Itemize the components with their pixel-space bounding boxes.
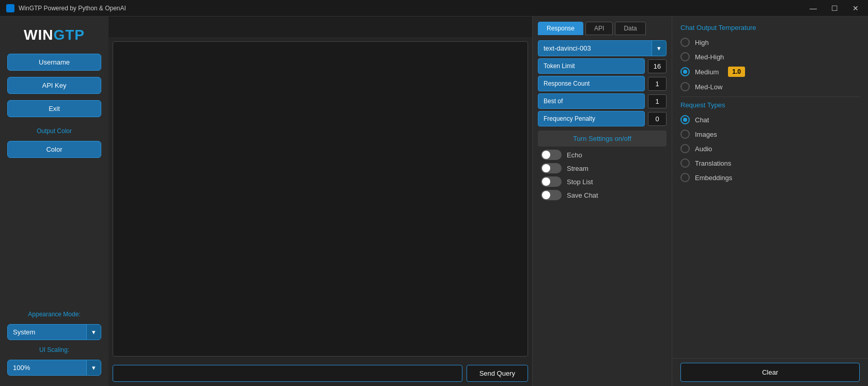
req-translations-row[interactable]: Translations: [680, 158, 860, 168]
toggle-stop-list[interactable]: Stop List: [541, 176, 663, 187]
req-audio-label: Audio: [695, 145, 712, 153]
temp-medhigh-row[interactable]: Med-High: [680, 52, 860, 61]
req-images-label: Images: [695, 131, 717, 138]
ui-scaling-dropdown-arrow[interactable]: ▾: [86, 360, 101, 375]
stream-toggle[interactable]: [541, 163, 562, 173]
req-images-radio[interactable]: [680, 130, 690, 139]
app-logo: WINGTP: [24, 27, 85, 43]
output-color-label: Output Color: [37, 127, 72, 135]
settings-panel: Response API Data text-davinci-003 ▾ Tok…: [532, 17, 672, 386]
model-value: text-davinci-003: [538, 41, 652, 56]
clear-button[interactable]: Clear: [680, 363, 860, 382]
appearance-value: System: [8, 325, 86, 340]
minimize-button[interactable]: —: [807, 3, 820, 13]
response-count-value: 1: [648, 77, 667, 91]
temp-medlow-row[interactable]: Med-Low: [680, 82, 860, 91]
maximize-button[interactable]: ☐: [828, 3, 841, 13]
stop-list-label: Stop List: [567, 178, 593, 186]
app-body: WINGTP Username API Key Exit Output Colo…: [0, 17, 868, 386]
req-audio-radio[interactable]: [680, 144, 690, 153]
req-embeddings-row[interactable]: Embeddings: [680, 173, 860, 182]
tab-bar: Response API Data: [533, 17, 672, 35]
req-embeddings-radio[interactable]: [680, 173, 690, 182]
color-button[interactable]: Color: [7, 141, 101, 158]
close-button[interactable]: ✕: [849, 3, 862, 13]
tab-response[interactable]: Response: [538, 22, 583, 35]
model-selector[interactable]: text-davinci-003 ▾: [538, 40, 667, 56]
temp-high-radio[interactable]: [680, 38, 690, 47]
temp-medlow-radio[interactable]: [680, 82, 690, 91]
center-top-bar: [109, 17, 532, 37]
save-chat-toggle[interactable]: [541, 190, 562, 200]
req-embeddings-label: Embeddings: [695, 174, 732, 182]
model-dropdown-arrow[interactable]: ▾: [652, 41, 666, 56]
title-bar-title: WinGTP Powered by Python & OpenAI: [19, 5, 807, 12]
exit-button[interactable]: Exit: [7, 100, 101, 117]
req-chat-label: Chat: [695, 116, 709, 124]
req-chat-row[interactable]: Chat: [680, 115, 860, 124]
ui-scaling-dropdown[interactable]: 100% ▾: [7, 360, 101, 376]
temp-medium-row[interactable]: Medium 1.0: [680, 67, 860, 77]
token-limit-value: 16: [648, 59, 667, 73]
query-input[interactable]: [113, 365, 462, 382]
toggle-save-chat[interactable]: Save Chat: [541, 190, 663, 200]
sidebar: WINGTP Username API Key Exit Output Colo…: [0, 17, 109, 386]
temp-medium-badge: 1.0: [728, 67, 745, 77]
appearance-mode-label: Appearance Mode:: [28, 311, 80, 318]
title-bar: WinGTP Powered by Python & OpenAI — ☐ ✕: [0, 0, 868, 17]
appearance-dropdown[interactable]: System ▾: [7, 324, 101, 340]
req-audio-row[interactable]: Audio: [680, 144, 860, 153]
username-button[interactable]: Username: [7, 54, 101, 71]
tab-api[interactable]: API: [585, 22, 613, 35]
right-column: Chat Output Temperature High Med-High Me…: [672, 17, 868, 386]
token-limit-label[interactable]: Token Limit: [538, 58, 645, 74]
frequency-penalty-label[interactable]: Frequency Penalty: [538, 111, 645, 126]
temp-medhigh-radio[interactable]: [680, 52, 690, 61]
toggle-stream[interactable]: Stream: [541, 163, 663, 173]
divider-1: [680, 96, 860, 97]
input-row: Send Query: [109, 361, 532, 386]
temp-high-label: High: [695, 39, 709, 46]
req-images-row[interactable]: Images: [680, 130, 860, 139]
logo-blue: GTP: [53, 27, 85, 43]
echo-toggle[interactable]: [541, 150, 562, 160]
stream-label: Stream: [567, 165, 588, 172]
req-translations-label: Translations: [695, 159, 731, 167]
token-limit-row: Token Limit 16: [538, 58, 667, 74]
logo-white: WIN: [24, 27, 53, 43]
best-of-row: Best of 1: [538, 93, 667, 109]
toggle-section-header: Turn Settings on/off: [538, 131, 667, 147]
stop-list-toggle[interactable]: [541, 176, 562, 187]
temp-medlow-label: Med-Low: [695, 83, 722, 91]
center-area: Send Query: [109, 17, 532, 386]
app-icon: [6, 4, 14, 12]
response-count-row: Response Count 1: [538, 76, 667, 91]
frequency-penalty-row: Frequency Penalty 0: [538, 111, 667, 126]
tab-data[interactable]: Data: [615, 22, 645, 35]
save-chat-label: Save Chat: [567, 191, 598, 199]
chat-display: [113, 41, 528, 357]
ui-scaling-value: 100%: [8, 360, 86, 375]
best-of-label[interactable]: Best of: [538, 93, 645, 109]
echo-label: Echo: [567, 151, 582, 159]
temp-medium-radio[interactable]: [680, 67, 690, 76]
temp-high-row[interactable]: High: [680, 38, 860, 47]
right-col-scroll: Chat Output Temperature High Med-High Me…: [672, 17, 868, 358]
request-types-title: Request Types: [680, 101, 860, 109]
response-count-label[interactable]: Response Count: [538, 76, 645, 91]
main-row: Send Query Response API Data text-davinc…: [109, 17, 868, 386]
req-translations-radio[interactable]: [680, 158, 690, 168]
req-chat-radio[interactable]: [680, 115, 690, 124]
temp-medhigh-label: Med-High: [695, 53, 724, 61]
toggle-echo[interactable]: Echo: [541, 150, 663, 160]
right-col-bottom: Clear: [672, 358, 868, 386]
frequency-penalty-value: 0: [648, 112, 667, 126]
send-query-button[interactable]: Send Query: [467, 365, 528, 382]
best-of-value: 1: [648, 94, 667, 108]
window-controls: — ☐ ✕: [807, 3, 862, 13]
temperature-title: Chat Output Temperature: [680, 24, 860, 31]
appearance-dropdown-arrow[interactable]: ▾: [86, 325, 101, 340]
api-key-button[interactable]: API Key: [7, 77, 101, 94]
temp-medium-label: Medium: [695, 68, 719, 76]
settings-scroll: text-davinci-003 ▾ Token Limit 16 Respon…: [533, 35, 672, 386]
